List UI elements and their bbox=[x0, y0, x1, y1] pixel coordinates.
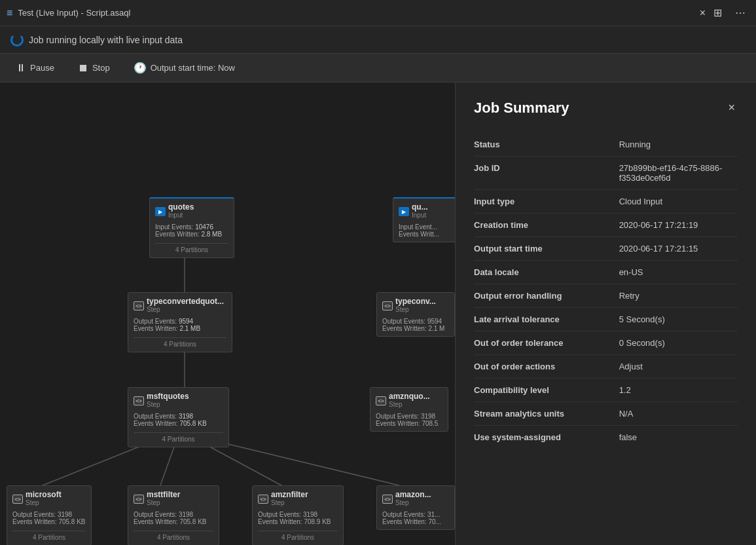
panel-title: Job Summary bbox=[474, 100, 569, 117]
summary-value: 0 Second(s) bbox=[619, 331, 738, 355]
step-icon: <> bbox=[134, 495, 144, 504]
node-stat1: Output Events: 3198 bbox=[134, 511, 213, 518]
summary-value: en-US bbox=[619, 261, 738, 284]
node-title: msttfilter bbox=[147, 490, 180, 499]
node-stat2: Events Written: 708.5 bbox=[376, 420, 442, 427]
summary-label: Use system-assigned bbox=[474, 426, 619, 449]
node-stat1: Output Events: 31... bbox=[382, 511, 449, 518]
summary-value: Running bbox=[619, 133, 738, 157]
summary-row: Output error handlingRetry bbox=[474, 284, 738, 308]
output-start-button[interactable]: 🕐 Output start time: Now bbox=[128, 59, 240, 77]
summary-row: Out of order tolerance0 Second(s) bbox=[474, 331, 738, 355]
partitions-label: 4 Partitions bbox=[134, 337, 226, 348]
summary-label: Out of order tolerance bbox=[474, 331, 619, 355]
pause-button[interactable]: ⏸ Pause bbox=[10, 60, 60, 77]
node-stat2: Events Written: 705.8 KB bbox=[134, 420, 223, 427]
node-stat2: Events Written: 2.8 MB bbox=[155, 231, 228, 238]
summary-label: Status bbox=[474, 133, 619, 157]
summary-value: 2020-06-17 17:21:19 bbox=[619, 214, 738, 237]
layout-icon[interactable]: ⊞ bbox=[710, 4, 726, 22]
summary-value: 2020-06-17 17:21:15 bbox=[619, 237, 738, 261]
node-stat1: Output Events: 3198 bbox=[376, 413, 442, 420]
summary-value: false bbox=[619, 426, 738, 449]
pause-label: Pause bbox=[30, 63, 54, 73]
job-summary-panel: Job Summary × StatusRunningJob ID27b899b… bbox=[455, 83, 756, 545]
node-stat1: Output Events: 9594 bbox=[134, 318, 226, 325]
pause-icon: ⏸ bbox=[16, 62, 26, 74]
stop-button[interactable]: ⏹ Stop bbox=[73, 60, 115, 77]
summary-label: Compatibility level bbox=[474, 379, 619, 402]
node-stat1: Input Event... bbox=[399, 223, 455, 231]
node-title: qu... bbox=[412, 202, 428, 212]
node-msftquotes[interactable]: <> msftquotes Step Output Events: 3198 E… bbox=[128, 387, 229, 447]
partitions-label: 4 Partitions bbox=[258, 531, 338, 541]
panel-close-button[interactable]: × bbox=[725, 98, 738, 117]
canvas-area[interactable]: ▶ quotes Input Input Events: 10476 Event… bbox=[0, 83, 455, 545]
svg-line-5 bbox=[209, 440, 399, 485]
summary-row: Use system-assignedfalse bbox=[474, 426, 738, 449]
summary-label: Creation time bbox=[474, 214, 619, 237]
stop-icon: ⏹ bbox=[78, 62, 88, 74]
stop-label: Stop bbox=[92, 63, 110, 73]
step-icon: <> bbox=[376, 396, 386, 405]
summary-row: Stream analytics unitsN/A bbox=[474, 402, 738, 426]
status-bar: Job running locally with live input data bbox=[0, 26, 756, 54]
input-icon: ▶ bbox=[399, 207, 409, 216]
partitions-label: 4 Partitions bbox=[12, 531, 86, 541]
node-stat1: Input Events: 10476 bbox=[155, 223, 228, 231]
status-text: Job running locally with live input data bbox=[29, 35, 183, 45]
summary-label: Late arrival tolerance bbox=[474, 308, 619, 331]
step-icon: <> bbox=[382, 301, 393, 310]
summary-row: Input typeCloud Input bbox=[474, 190, 738, 214]
partitions-label: 4 Partitions bbox=[134, 432, 223, 443]
partitions-label: 4 Partitions bbox=[155, 243, 228, 254]
summary-label: Data locale bbox=[474, 261, 619, 284]
node-stat2: Events Written: 2.1 M bbox=[382, 325, 449, 332]
node-title: quotes bbox=[168, 202, 194, 212]
tab-close-button[interactable]: × bbox=[696, 5, 710, 22]
node-stat2: Events Written: 705.8 KB bbox=[12, 518, 86, 525]
input-icon: ▶ bbox=[155, 207, 166, 216]
summary-value: 1.2 bbox=[619, 379, 738, 402]
more-icon[interactable]: ⋯ bbox=[731, 4, 749, 22]
loading-spinner bbox=[10, 33, 24, 47]
partitions-label: 4 Partitions bbox=[134, 531, 213, 541]
node-title: msftquotes bbox=[147, 392, 189, 401]
node-stat2: Events Written: 708.9 KB bbox=[258, 518, 338, 525]
summary-label: Out of order actions bbox=[474, 355, 619, 379]
summary-row: Creation time2020-06-17 17:21:19 bbox=[474, 214, 738, 237]
node-quotes2[interactable]: ▶ qu... Input Input Event... Events Writ… bbox=[393, 197, 455, 242]
node-stat1: Output Events: 9594 bbox=[382, 318, 449, 325]
toolbar: ⏸ Pause ⏹ Stop 🕐 Output start time: Now bbox=[0, 54, 756, 83]
summary-table: StatusRunningJob ID27b899bb-ef16-4c75-88… bbox=[474, 133, 738, 449]
node-title: amznfilter bbox=[271, 490, 308, 499]
output-start-label: Output start time: Now bbox=[151, 63, 235, 73]
summary-row: Job ID27b899bb-ef16-4c75-8886-f353de0cef… bbox=[474, 157, 738, 190]
node-amznfilter[interactable]: <> amznfilter Step Output Events: 3198 E… bbox=[252, 485, 344, 545]
node-amznquo[interactable]: <> amznquo... Step Output Events: 3198 E… bbox=[370, 387, 448, 432]
node-title: amznquo... bbox=[389, 392, 430, 401]
summary-label: Output start time bbox=[474, 237, 619, 261]
node-quotes[interactable]: ▶ quotes Input Input Events: 10476 Event… bbox=[149, 197, 234, 258]
node-typeconvertedquot[interactable]: <> typeconvertedquot... Step Output Even… bbox=[128, 292, 232, 352]
node-amazon[interactable]: <> amazon... Step Output Events: 31... E… bbox=[376, 485, 455, 530]
summary-row: Late arrival tolerance5 Second(s) bbox=[474, 308, 738, 331]
node-title: amazon... bbox=[395, 490, 431, 499]
node-stat2: Events Written: 2.1 MB bbox=[134, 325, 226, 332]
summary-value: Adjust bbox=[619, 355, 738, 379]
main-area: ▶ quotes Input Input Events: 10476 Event… bbox=[0, 83, 756, 545]
panel-header: Job Summary × bbox=[474, 98, 738, 117]
node-stat2: Events Writt... bbox=[399, 231, 455, 238]
summary-row: Output start time2020-06-17 17:21:15 bbox=[474, 237, 738, 261]
menu-icon: ≡ bbox=[7, 7, 12, 19]
node-microsoft[interactable]: <> microsoft Step Output Events: 3198 Ev… bbox=[7, 485, 92, 545]
summary-label: Output error handling bbox=[474, 284, 619, 308]
summary-value: N/A bbox=[619, 402, 738, 426]
node-typeconv2[interactable]: <> typeconv... Step Output Events: 9594 … bbox=[376, 292, 455, 337]
node-msttfilter[interactable]: <> msttfilter Step Output Events: 3198 E… bbox=[128, 485, 219, 545]
summary-row: Data localeen-US bbox=[474, 261, 738, 284]
node-stat2: Events Written: 70... bbox=[382, 518, 449, 525]
node-stat1: Output Events: 3198 bbox=[12, 511, 86, 518]
clock-icon: 🕐 bbox=[134, 62, 147, 74]
step-icon: <> bbox=[382, 495, 393, 504]
